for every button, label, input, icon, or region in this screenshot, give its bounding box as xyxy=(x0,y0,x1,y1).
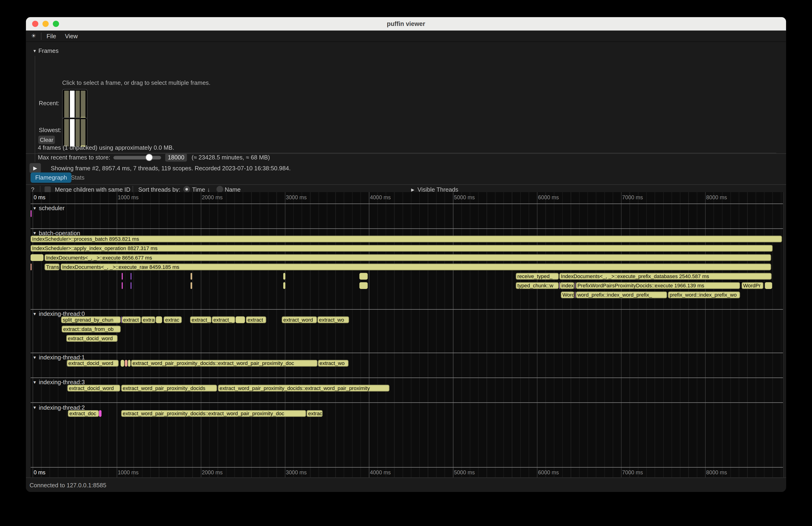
sort-by-time-radio[interactable] xyxy=(183,186,190,192)
max-frames-slider[interactable] xyxy=(113,153,161,161)
thread-group-header[interactable]: ▼indexing-thread:1 xyxy=(33,354,85,361)
frame-bar[interactable] xyxy=(64,91,69,118)
scope-bar[interactable]: receive_typed_ xyxy=(516,273,559,280)
axis-tick-label: 6000 ms xyxy=(538,469,559,476)
scope-bar[interactable] xyxy=(190,273,192,280)
scope-bar[interactable]: word_prefix::index_word_prefix_ xyxy=(576,292,667,298)
collapse-triangle-icon: ▼ xyxy=(33,49,37,53)
scope-bar[interactable]: extract_word_pair_proximity_docids::extr… xyxy=(131,360,317,367)
max-frames-value[interactable]: 18000 xyxy=(165,153,187,161)
tab-flamegraph[interactable]: Flamegraph xyxy=(31,172,72,183)
thread-group-header[interactable]: ▼batch-operation xyxy=(33,230,80,236)
sort-by-time-label[interactable]: Time xyxy=(192,186,205,192)
scope-bar[interactable] xyxy=(156,316,162,323)
thread-name: scheduler xyxy=(39,205,64,211)
flamegraph-canvas[interactable]: 0 ms0 ms1000 ms1000 ms2000 ms2000 ms3000… xyxy=(31,192,783,477)
scope-bar[interactable]: extract_word_pair_proximity_docids::extr… xyxy=(121,410,306,417)
scope-bar[interactable] xyxy=(31,210,31,217)
scope-bar[interactable] xyxy=(130,273,131,280)
menu-view[interactable]: View xyxy=(65,33,78,39)
scope-bar[interactable] xyxy=(359,282,368,289)
scope-bar[interactable] xyxy=(236,316,245,323)
sort-by-name-label[interactable]: Name xyxy=(225,186,241,192)
scope-bar[interactable]: extract xyxy=(122,316,141,323)
scope-bar[interactable]: IndexScheduler>::apply_index_operation 8… xyxy=(31,245,773,252)
help-icon[interactable]: ? xyxy=(31,186,34,192)
scope-bar[interactable]: extract_wo xyxy=(318,316,349,323)
scope-bar[interactable]: extract_ xyxy=(212,316,235,323)
scope-bar[interactable]: extract_word xyxy=(282,316,317,323)
minimize-window-button[interactable] xyxy=(42,20,49,27)
scope-bar[interactable] xyxy=(575,282,575,289)
scope-bar[interactable] xyxy=(31,254,44,261)
thread-group-header[interactable]: ▼scheduler xyxy=(33,205,65,211)
scope-bar[interactable] xyxy=(122,273,122,280)
scope-bar[interactable]: Word xyxy=(561,292,574,298)
scope-bar[interactable]: extract_word_pair_proximity_docids xyxy=(121,385,217,391)
scope-bar[interactable]: extrac xyxy=(307,410,322,417)
scope-bar[interactable] xyxy=(99,410,102,417)
scope-bar[interactable]: IndexDocuments<_, _>::execute_raw 8459.1… xyxy=(60,263,771,270)
scope-bar[interactable]: WordPr xyxy=(742,282,763,289)
scope-bar[interactable] xyxy=(765,282,772,289)
tab-stats[interactable]: Stats xyxy=(71,175,85,181)
zoom-window-button[interactable] xyxy=(53,20,59,27)
scope-bar[interactable]: extract_ xyxy=(190,316,211,323)
scope-bar[interactable]: extra xyxy=(141,316,155,323)
scope-bar[interactable]: extract::data_from_ob xyxy=(62,326,121,333)
frames-section-header[interactable]: ▼ Frames xyxy=(33,48,59,54)
scope-bar[interactable]: IndexDocuments<_, _>::execute_prefix_dat… xyxy=(559,273,771,280)
scope-bar[interactable]: typed_chunk::w xyxy=(516,282,559,289)
scope-bar[interactable]: prefix_word::index_prefix_wo xyxy=(668,292,740,298)
slider-track[interactable] xyxy=(113,156,161,160)
frame-bar[interactable] xyxy=(64,119,69,146)
thread-group-header[interactable]: ▼indexing-thread:2 xyxy=(33,404,85,411)
frame-bar[interactable] xyxy=(81,91,86,118)
scope-bar[interactable]: extract_doc xyxy=(68,410,99,417)
frame-bar[interactable] xyxy=(75,91,80,118)
scope-bar[interactable]: Trans xyxy=(44,263,60,270)
slider-knob[interactable] xyxy=(146,154,153,161)
frame-bar[interactable] xyxy=(70,91,74,118)
scope-bar[interactable]: IndexScheduler>::process_batch 8953.821 … xyxy=(31,236,782,243)
frame-bar[interactable] xyxy=(81,119,86,146)
scope-bar[interactable] xyxy=(283,282,285,289)
sort-by-name-radio[interactable] xyxy=(216,186,223,192)
scope-bar[interactable]: extract_wo xyxy=(318,360,349,367)
scope-bar[interactable] xyxy=(190,282,192,289)
scope-bar[interactable]: index xyxy=(560,282,575,289)
scope-bar[interactable] xyxy=(283,273,285,280)
scope-bar[interactable]: extract_docid_word xyxy=(66,335,117,342)
scope-bar[interactable] xyxy=(575,292,575,298)
scope-bar[interactable]: extrac xyxy=(164,316,182,323)
frame-bar[interactable] xyxy=(75,119,80,146)
scope-bar[interactable]: IndexDocuments<_, _>::execute 8656.677 m… xyxy=(44,254,771,261)
clear-button[interactable]: Clear xyxy=(38,135,55,144)
scope-bar[interactable]: PrefixWordPairsProximityDocids::execute … xyxy=(576,282,740,289)
recent-frames-thumbnail[interactable] xyxy=(62,89,88,120)
sort-direction-icon[interactable]: ↓ xyxy=(207,186,210,192)
visible-threads-header[interactable]: ▶Visible Threads xyxy=(411,186,458,192)
scope-bar[interactable]: split_grenad_by_chun xyxy=(61,316,121,323)
menu-file[interactable]: File xyxy=(47,33,56,39)
thread-group-header[interactable]: ▼indexing-thread:3 xyxy=(33,379,85,385)
merge-children-checkbox[interactable] xyxy=(44,186,51,192)
scope-bar[interactable] xyxy=(31,263,31,270)
title-bar[interactable]: puffin viewer xyxy=(26,17,786,31)
scope-bar[interactable]: extract_word_pair_proximity_docids::extr… xyxy=(218,385,390,391)
scope-bar[interactable] xyxy=(121,360,125,367)
frame-bar[interactable] xyxy=(70,119,74,146)
axis-tick-label: 1000 ms xyxy=(118,194,139,201)
scope-bar[interactable] xyxy=(122,282,122,289)
scope-bar[interactable]: extract_docid_word xyxy=(68,385,120,391)
scope-bar[interactable] xyxy=(359,273,368,280)
slowest-frames-thumbnail[interactable] xyxy=(62,117,88,148)
theme-toggle-icon[interactable]: ☀ xyxy=(31,33,36,39)
scope-bar[interactable] xyxy=(128,360,130,367)
scope-bar[interactable] xyxy=(125,360,128,367)
scope-bar[interactable]: extract_docid_word xyxy=(67,360,118,367)
scope-bar[interactable] xyxy=(130,282,131,289)
close-window-button[interactable] xyxy=(32,20,39,27)
scope-bar[interactable]: extract xyxy=(246,316,266,323)
thread-group-header[interactable]: ▼indexing-thread:0 xyxy=(33,311,85,317)
